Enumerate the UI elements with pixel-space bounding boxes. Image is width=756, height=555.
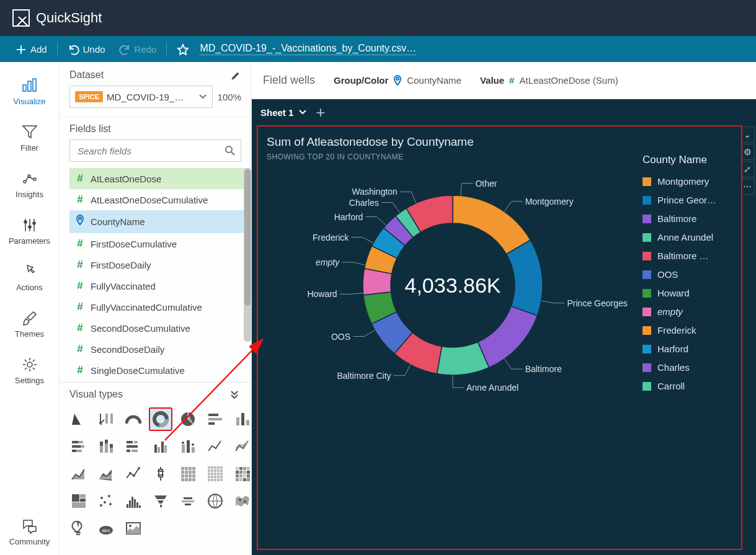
field-SecondDoseCumulative[interactable]: #SecondDoseCumulative	[69, 317, 247, 339]
chart-title: Sum of Atleastonedose by Countyname	[267, 135, 643, 149]
legend-item[interactable]: Prince Geor…	[643, 195, 732, 205]
visual-type-2[interactable]	[122, 407, 145, 431]
svg-rect-108	[80, 494, 86, 498]
legend-item[interactable]: Howard	[643, 288, 732, 298]
visual-type-7[interactable]	[67, 435, 91, 458]
visual-type-25[interactable]	[176, 489, 200, 513]
svg-rect-82	[211, 476, 213, 478]
visual-type-4[interactable]	[176, 407, 200, 431]
legend-item[interactable]: empty	[643, 306, 732, 317]
nav-actions[interactable]: Actions	[0, 254, 59, 301]
donut-chart[interactable]: OtherMontgomeryPrince GeorgesBaltimoreAn…	[267, 167, 639, 403]
field-FullyVaccinatedCumulative[interactable]: #FullyVaccinatedCumulative	[69, 296, 247, 317]
nav-filter[interactable]: Filter	[0, 115, 59, 161]
field-SingleDoseCumulative[interactable]: #SingleDoseCumulative	[69, 360, 247, 381]
nav-community[interactable]: Community	[0, 508, 59, 555]
visual-type-27[interactable]	[231, 489, 254, 513]
nav-themes[interactable]: Themes	[0, 301, 59, 347]
visual-type-15[interactable]	[94, 462, 118, 486]
visual-type-10[interactable]	[149, 435, 172, 458]
visual-type-14[interactable]	[67, 462, 91, 486]
field-FirstDoseCumulative[interactable]: #FirstDoseCumulative	[69, 233, 247, 254]
value-well[interactable]: Value # AtLeastOneDose (Sum)	[480, 75, 618, 86]
svg-rect-91	[236, 467, 239, 470]
field-AtLeastOneDose[interactable]: #AtLeastOneDose	[69, 168, 247, 189]
group-color-well[interactable]: Group/Color CountyName	[334, 75, 461, 86]
visual-type-21[interactable]	[67, 489, 91, 513]
sheet-tab-1[interactable]: Sheet 1	[260, 107, 307, 118]
field-FullyVaccinated[interactable]: #FullyVaccinated	[69, 275, 247, 296]
redo-button[interactable]: Redo	[113, 40, 163, 59]
visual-type-29[interactable]: abc	[94, 517, 118, 540]
legend-item[interactable]: Carroll	[643, 381, 732, 391]
svg-rect-64	[189, 478, 192, 481]
visual-type-20[interactable]	[231, 462, 254, 486]
field-SingleDoseDaily[interactable]: #SingleDoseDaily	[69, 381, 247, 382]
field-AtLeastOneDoseCumulative[interactable]: #AtLeastOneDoseCumulative	[69, 189, 247, 210]
visual-type-9[interactable]	[122, 435, 145, 458]
field-CountyName[interactable]: CountyName	[69, 210, 247, 233]
legend-item[interactable]: Harford	[643, 344, 732, 354]
visual-type-6[interactable]	[231, 407, 254, 431]
visual-type-1[interactable]	[94, 407, 118, 431]
visual-type-24[interactable]	[149, 489, 172, 513]
visual-type-16[interactable]	[122, 462, 145, 486]
pencil-icon[interactable]	[231, 70, 241, 80]
nav-visualize[interactable]: Visualize	[0, 68, 59, 115]
svg-text:abc: abc	[102, 528, 110, 533]
favorite-button[interactable]	[171, 40, 195, 59]
visual-type-30[interactable]	[122, 517, 145, 540]
funnel-icon	[21, 123, 38, 141]
legend-item[interactable]: Baltimore …	[643, 251, 732, 261]
svg-rect-121	[139, 505, 141, 508]
slice-label: Howard	[307, 289, 337, 299]
field-FirstDoseDaily[interactable]: #FirstDoseDaily	[69, 254, 247, 275]
visual-type-8[interactable]	[94, 435, 118, 458]
visual-type-28[interactable]	[67, 517, 91, 540]
dataset-select[interactable]: SPICE MD_COVID-19_…	[69, 86, 213, 108]
svg-rect-31	[110, 444, 113, 448]
nav-insights[interactable]: Insights	[0, 161, 59, 208]
legend-swatch	[643, 289, 651, 298]
slice-label: Frederick	[313, 233, 349, 242]
legend-item[interactable]: Charles	[643, 362, 732, 373]
field-wells[interactable]: Field wells Group/Color CountyName Value…	[252, 62, 756, 99]
legend-item[interactable]: Anne Arundel	[643, 232, 732, 242]
svg-rect-76	[208, 473, 210, 475]
visual-type-12[interactable]	[203, 435, 227, 458]
field-SecondDoseDaily[interactable]: #SecondDoseDaily	[69, 339, 247, 360]
visual-type-5[interactable]	[203, 407, 227, 431]
visual-type-13[interactable]	[231, 435, 254, 458]
legend-item[interactable]: OOS	[643, 269, 732, 280]
donut-center-value: 4,033.86K	[404, 273, 500, 298]
logo[interactable]: QuickSight	[12, 9, 102, 27]
donut-chart-visual[interactable]: Sum of Atleastonedose by Countyname SHOW…	[257, 125, 742, 550]
visual-type-11[interactable]	[176, 435, 200, 458]
add-sheet-button[interactable]: +	[316, 104, 325, 120]
nav-settings[interactable]: Settings	[0, 347, 59, 394]
visual-type-17[interactable]	[149, 462, 172, 486]
svg-rect-63	[185, 478, 188, 481]
legend-item[interactable]: Frederick	[643, 325, 732, 335]
analysis-title[interactable]: MD_COVID-19_-_Vaccinations_by_County.csv…	[200, 43, 416, 55]
visual-type-22[interactable]	[94, 489, 118, 513]
legend-item[interactable]: Baltimore	[643, 213, 732, 224]
legend-item[interactable]: Montgomery	[643, 176, 732, 187]
search-fields-input[interactable]	[69, 140, 241, 162]
visual-type-19[interactable]	[203, 462, 227, 486]
visual-type-3[interactable]	[149, 407, 172, 431]
svg-rect-89	[217, 479, 220, 481]
svg-point-6	[24, 221, 27, 223]
visual-type-18[interactable]	[176, 462, 200, 486]
scrollbar[interactable]	[244, 168, 251, 342]
undo-button[interactable]: Undo	[61, 40, 112, 59]
slice-label: Washington	[352, 187, 397, 197]
visual-type-26[interactable]	[203, 489, 227, 513]
visual-type-23[interactable]	[122, 489, 145, 513]
collapse-icon[interactable]	[230, 390, 241, 399]
fields-panel: Dataset SPICE MD_COVID-19_… 100% Fields …	[60, 62, 252, 555]
legend-swatch	[643, 308, 651, 316]
nav-parameters[interactable]: Parameters	[0, 208, 59, 254]
visual-type-0[interactable]	[67, 407, 91, 431]
add-button[interactable]: Add	[9, 40, 53, 59]
